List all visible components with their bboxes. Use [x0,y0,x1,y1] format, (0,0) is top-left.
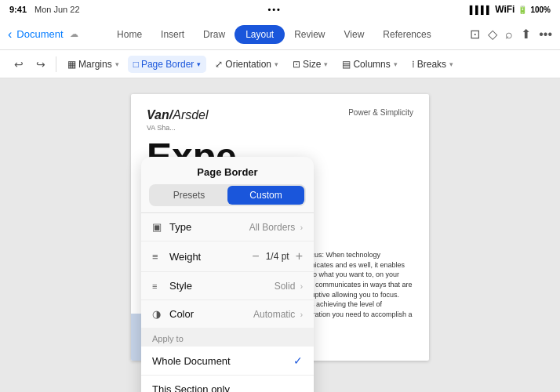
columns-button[interactable]: ▤ Columns ▾ [336,56,402,73]
page-border-label: Page Border [141,59,194,70]
nav-left: ‹ Document ☁ [8,27,78,42]
tablet-icon[interactable]: ⊡ [470,27,480,42]
tab-draw[interactable]: Draw [194,24,235,45]
nav-tabs: Home Insert Draw Layout Review View Refe… [85,24,464,45]
doc-logo: Van/Arsdel [147,108,209,122]
margins-label: Margins [78,59,112,70]
type-icon: ▣ [152,221,169,233]
doc-area: Van/Arsdel VA Sha... Power & Simplicity … [0,78,560,392]
redo-button[interactable]: ↪ [31,55,50,74]
type-chevron: › [300,223,303,232]
color-value: Automatic › [253,309,303,320]
columns-label: Columns [353,59,390,70]
signal-icon: ▌▌▌▌ [470,5,492,14]
color-icon: ◑ [152,308,169,320]
type-label: Type [169,221,249,233]
margins-icon: ▦ [67,59,76,70]
status-left: 9:41 Mon Jun 22 [9,5,80,14]
tab-insert[interactable]: Insert [151,24,194,45]
breaks-button[interactable]: ⁞ Breaks ▾ [406,56,459,73]
doc-header-right: Power & Simplicity [348,108,413,117]
three-dots: ••• [267,5,282,14]
doc-header: Van/Arsdel VA Sha... Power & Simplicity [147,108,413,132]
search-icon[interactable]: ⌕ [505,27,513,42]
panel-row-weight[interactable]: ≡ Weight − 1/4 pt + [141,241,314,272]
size-label: Size [303,59,321,70]
bookmark-icon[interactable]: ◇ [488,27,497,42]
type-value: All Borders › [249,222,303,233]
panel-row-type[interactable]: ▣ Type All Borders › [141,213,314,241]
orientation-label: Orientation [225,59,271,70]
tab-references[interactable]: References [373,24,440,45]
back-button[interactable]: ‹ [8,27,12,42]
breaks-label: Breaks [417,59,446,70]
whole-doc-check: ✓ [293,354,303,367]
tab-review[interactable]: Review [285,24,334,45]
share-icon[interactable]: ⬆ [521,27,531,42]
panel-row-color[interactable]: ◑ Color Automatic › [141,300,314,328]
more-icon[interactable]: ••• [539,27,552,42]
page-border-panel: Page Border Presets Custom ▣ Type All Bo… [141,157,314,392]
style-icon: ≡ [152,281,169,291]
nav-bar: ‹ Document ☁ Home Insert Draw Layout Rev… [0,19,560,50]
style-chevron: › [300,282,303,291]
orientation-button[interactable]: ⤢ Orientation ▾ [209,56,284,73]
page-border-button[interactable]: □ Page Border ▾ [128,56,207,73]
columns-icon: ▤ [342,59,351,70]
nav-right: ⊡ ◇ ⌕ ⬆ ••• [470,27,552,42]
color-chevron: › [300,310,303,319]
breaks-chevron: ▾ [449,60,453,68]
breaks-icon: ⁞ [412,59,415,70]
panel-row-style[interactable]: ≡ Style Solid › [141,272,314,300]
toolbar: ↩ ↪ ▦ Margins ▾ □ Page Border ▾ ⤢ Orient… [0,50,560,78]
battery-icon: 🔋 [518,5,527,14]
weight-increase[interactable]: + [296,249,303,263]
battery-percent: 100% [530,5,551,14]
margins-chevron: ▾ [115,60,119,68]
doc-va-label: VA Sha... [147,124,209,132]
wifi-icon: WiFi [495,4,515,15]
toolbar-separator-1 [56,56,56,72]
weight-icon: ≡ [152,251,169,263]
weight-label: Weight [169,251,252,263]
size-icon: ⊡ [293,59,300,70]
tab-custom[interactable]: Custom [227,186,304,205]
cloud-icon: ☁ [70,29,78,39]
size-chevron: ▾ [324,60,328,68]
orientation-chevron: ▾ [275,60,278,68]
apply-to-label: Apply to [141,328,314,347]
margins-button[interactable]: ▦ Margins ▾ [62,56,125,73]
page-border-icon: □ [133,59,139,70]
time-display: 9:41 [9,5,27,14]
columns-chevron: ▾ [394,60,398,68]
panel-tabs: Presets Custom [149,184,306,206]
undo-button[interactable]: ↩ [9,55,28,74]
status-right: ▌▌▌▌ WiFi 🔋 100% [470,4,551,15]
tab-view[interactable]: View [335,24,374,45]
color-label: Color [169,308,253,320]
apply-option-this-section[interactable]: This Section only [141,376,314,392]
tab-layout[interactable]: Layout [235,25,285,44]
status-bar: 9:41 Mon Jun 22 ••• ▌▌▌▌ WiFi 🔋 100% [0,0,560,19]
weight-controls: − 1/4 pt + [252,249,303,263]
tab-home[interactable]: Home [107,24,151,45]
style-label: Style [169,280,275,292]
doc-title[interactable]: Document [16,28,63,40]
whole-doc-label: Whole Document [152,355,293,367]
page-border-chevron: ▾ [197,60,201,68]
panel-title: Page Border [141,157,314,184]
weight-value: 1/4 pt [266,251,289,262]
apply-option-whole-doc[interactable]: Whole Document ✓ [141,347,314,376]
date-display: Mon Jun 22 [35,5,79,14]
this-section-label: This Section only [152,383,303,392]
size-button[interactable]: ⊡ Size ▾ [287,56,333,73]
tab-presets[interactable]: Presets [151,186,227,205]
style-value: Solid › [275,281,303,292]
orientation-icon: ⤢ [215,59,223,70]
weight-decrease[interactable]: − [252,249,259,263]
